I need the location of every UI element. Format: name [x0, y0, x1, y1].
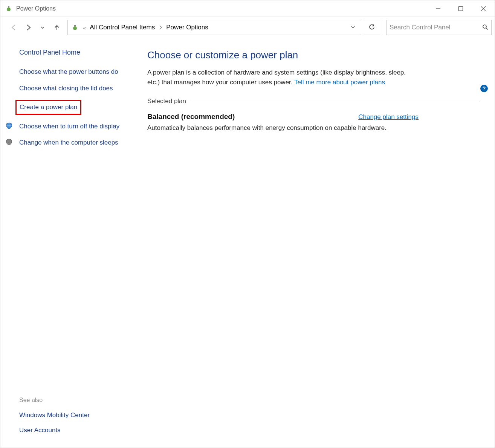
chevron-right-icon[interactable] — [159, 24, 162, 31]
shield-icon — [5, 122, 13, 130]
plan-description: Automatically balances performance with … — [147, 123, 415, 133]
sidebar-link-label: Choose when to turn off the display — [19, 123, 119, 130]
window-title: Power Options — [16, 5, 56, 12]
svg-point-0 — [7, 8, 11, 11]
svg-rect-1 — [8, 6, 9, 8]
search-input[interactable] — [390, 24, 482, 31]
change-plan-settings-link[interactable]: Change plan settings — [358, 113, 419, 121]
sidebar-link-turn-off-display[interactable]: Choose when to turn off the display — [19, 122, 128, 131]
svg-point-6 — [73, 26, 77, 30]
svg-point-8 — [483, 25, 486, 28]
sidebar-link-computer-sleeps[interactable]: Change when the computer sleeps — [19, 138, 128, 148]
forward-button[interactable] — [22, 21, 34, 34]
sidebar-link-closing-lid[interactable]: Choose what closing the lid does — [19, 84, 128, 93]
search-icon[interactable] — [482, 24, 488, 31]
main-content: Choose or customize a power plan A power… — [140, 38, 495, 448]
address-bar[interactable]: « All Control Panel Items Power Options — [67, 20, 361, 35]
see-also-section: See also Windows Mobility Center User Ac… — [19, 382, 128, 440]
close-button[interactable] — [472, 0, 495, 17]
help-icon[interactable]: ? — [480, 85, 488, 92]
sidebar-link-power-buttons[interactable]: Choose what the power buttons do — [19, 67, 128, 77]
refresh-button[interactable] — [364, 20, 380, 35]
toolbar: « All Control Panel Items Power Options — [0, 17, 495, 38]
minimize-button[interactable] — [427, 0, 449, 17]
maximize-button[interactable] — [449, 0, 472, 17]
breadcrumb-segment-1[interactable]: All Control Panel Items — [90, 24, 155, 31]
section-title: Selected plan — [147, 98, 186, 105]
up-button[interactable] — [51, 21, 63, 34]
section-header: Selected plan — [147, 98, 480, 105]
recent-dropdown-button[interactable] — [37, 21, 49, 34]
search-box[interactable] — [386, 20, 492, 35]
svg-rect-7 — [74, 25, 76, 26]
page-description: A power plan is a collection of hardware… — [147, 68, 419, 88]
breadcrumb-root-icon: « — [83, 24, 86, 31]
window-buttons — [427, 0, 495, 17]
control-panel-home-link[interactable]: Control Panel Home — [19, 49, 128, 56]
svg-rect-3 — [459, 6, 463, 11]
tell-me-more-link[interactable]: Tell me more about power plans — [294, 79, 385, 86]
divider — [191, 101, 480, 101]
seealso-link-mobility-center[interactable]: Windows Mobility Center — [19, 410, 128, 420]
page-heading: Choose or customize a power plan — [147, 49, 480, 61]
back-button[interactable] — [8, 21, 20, 34]
see-also-title: See also — [19, 397, 128, 404]
address-dropdown-button[interactable] — [348, 24, 358, 31]
power-options-icon — [5, 5, 12, 12]
sidebar-link-label: Change when the computer sleeps — [19, 139, 118, 146]
sidebar-link-create-power-plan[interactable]: Create a power plan — [15, 100, 81, 115]
breadcrumb-segment-2[interactable]: Power Options — [166, 24, 208, 31]
svg-line-9 — [486, 28, 488, 30]
titlebar: Power Options — [0, 0, 495, 17]
sidebar: Control Panel Home Choose what the power… — [0, 38, 140, 448]
plan-name: Balanced (recommended) — [147, 113, 235, 121]
power-icon — [71, 23, 79, 32]
seealso-link-user-accounts[interactable]: User Accounts — [19, 425, 128, 435]
shield-icon — [5, 138, 13, 146]
plan-row: Balanced (recommended) Change plan setti… — [147, 113, 419, 121]
